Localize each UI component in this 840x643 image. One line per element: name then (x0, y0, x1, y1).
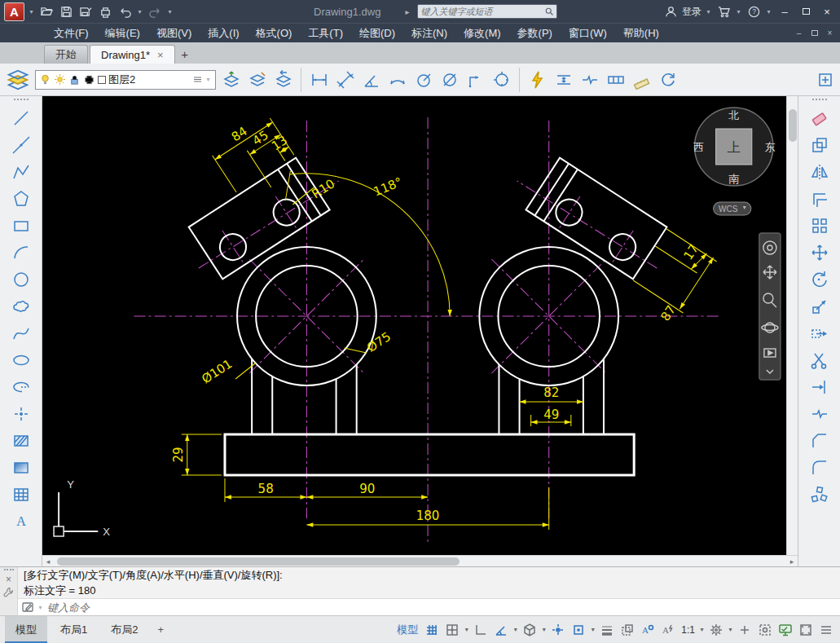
new-tab-button[interactable]: + (177, 46, 193, 62)
close-button[interactable]: × (818, 2, 836, 20)
workspace-gear-icon[interactable] (707, 621, 725, 639)
doc-restore-button[interactable] (807, 26, 821, 40)
ribbon-overflow-icon[interactable] (814, 68, 836, 90)
model-space-toggle[interactable]: 模型 (397, 623, 418, 637)
menu-format[interactable]: 格式(O) (248, 24, 301, 42)
layer-match-icon[interactable] (246, 68, 268, 90)
layout-tab-layout2[interactable]: 布局2 (100, 616, 148, 643)
menu-help[interactable]: 帮助(H) (615, 24, 667, 42)
layer-properties-icon[interactable] (4, 66, 31, 93)
doc-close-button[interactable]: × (823, 26, 837, 40)
command-recent-caret-icon[interactable]: ▾ (37, 604, 44, 611)
help-caret-icon[interactable]: ▾ (765, 8, 772, 15)
lineweight-icon[interactable] (598, 621, 616, 639)
save-as-icon[interactable] (77, 3, 94, 20)
scroll-left-icon[interactable]: ◂ (42, 557, 54, 566)
snap-icon[interactable] (443, 621, 461, 639)
viewcube-north-label[interactable]: 北 (728, 109, 739, 121)
viewcube-west-label[interactable]: 西 (693, 141, 704, 153)
dimension-space-icon[interactable] (552, 68, 574, 90)
copy-icon[interactable] (809, 134, 830, 156)
polyline-icon[interactable] (11, 161, 32, 183)
ordinate-dimension-icon[interactable] (464, 68, 486, 90)
update-dimension-icon[interactable] (657, 68, 679, 90)
vertical-scroll-thumb[interactable] (789, 109, 797, 142)
search-input[interactable] (420, 7, 544, 16)
polygon-icon[interactable] (11, 188, 32, 209)
undo-caret-icon[interactable]: ▾ (136, 8, 143, 15)
search-box[interactable] (417, 4, 557, 19)
viewcube[interactable]: 上 北 南 西 东 (693, 108, 775, 186)
workspace-caret-icon[interactable]: ▾ (728, 626, 733, 633)
ortho-icon[interactable] (472, 621, 490, 639)
diameter-dimension-icon[interactable] (438, 68, 460, 90)
table-icon[interactable] (11, 484, 32, 505)
account-icon[interactable] (662, 3, 679, 20)
radius-dimension-icon[interactable] (412, 68, 434, 90)
cart-caret-icon[interactable]: ▾ (735, 8, 742, 15)
menu-dimension[interactable]: 标注(N) (403, 24, 455, 42)
dimension-break-icon[interactable] (578, 68, 600, 90)
osnap-caret-icon[interactable]: ▾ (590, 626, 596, 633)
doc-minimize-button[interactable]: – (792, 26, 806, 40)
vertical-scrollbar[interactable] (786, 96, 798, 555)
annotation-visibility-icon[interactable]: A (639, 621, 657, 639)
line-icon[interactable] (11, 108, 32, 129)
scale-caret-icon[interactable]: ▾ (699, 626, 705, 633)
polar-caret-icon[interactable]: ▾ (512, 626, 518, 633)
scale-icon[interactable] (809, 296, 830, 317)
circle-icon[interactable] (11, 269, 32, 290)
autoscale-icon[interactable]: A (659, 621, 677, 639)
horizontal-scrollbar[interactable]: ◂ ▸ (42, 555, 798, 566)
customize-icon[interactable] (817, 621, 835, 639)
isolate-objects-icon[interactable] (756, 621, 774, 639)
menu-draw[interactable]: 绘图(D) (351, 24, 403, 42)
app-menu-caret-icon[interactable]: ▾ (28, 8, 35, 15)
help-icon[interactable]: ? (745, 3, 762, 20)
quick-dimension-icon[interactable] (526, 68, 548, 90)
tab-drawing1[interactable]: Drawing1* × (90, 45, 175, 64)
spline-icon[interactable] (11, 323, 32, 344)
graphics-performance-icon[interactable] (776, 621, 794, 639)
tab-start[interactable]: 开始 (44, 45, 88, 64)
arc-length-dimension-icon[interactable] (386, 68, 408, 90)
chamfer-icon[interactable] (809, 430, 830, 451)
rotate-icon[interactable] (809, 269, 830, 290)
extend-icon[interactable] (809, 377, 830, 398)
plot-icon[interactable] (97, 3, 113, 20)
clean-screen-icon[interactable] (797, 621, 815, 639)
command-wrench-icon[interactable] (3, 587, 14, 597)
autotrack-icon[interactable] (549, 621, 567, 639)
command-close-icon[interactable]: × (6, 575, 11, 584)
tab-close-icon[interactable]: × (157, 50, 164, 60)
mtext-icon[interactable]: A (11, 511, 32, 532)
restore-button[interactable] (797, 2, 815, 20)
minimize-button[interactable]: – (776, 2, 794, 20)
app-store-cart-icon[interactable] (715, 3, 732, 20)
layer-dropdown[interactable]: 图层2 ▾ (35, 70, 216, 90)
wcs-badge[interactable]: WCS (714, 202, 751, 215)
trim-icon[interactable] (809, 350, 830, 371)
stretch-icon[interactable] (809, 323, 830, 344)
viewcube-east-label[interactable]: 东 (764, 141, 775, 153)
grid-icon[interactable] (423, 621, 441, 639)
layer-color-swatch[interactable] (98, 76, 106, 84)
ellipse-arc-icon[interactable] (11, 377, 32, 398)
previous-layer-icon[interactable] (272, 68, 294, 90)
aligned-dimension-icon[interactable] (334, 68, 356, 90)
center-mark-icon[interactable] (490, 68, 512, 90)
angular-dimension-icon[interactable] (360, 68, 382, 90)
selection-cycling-icon[interactable] (618, 621, 636, 639)
hatch-icon[interactable] (11, 430, 32, 451)
menu-file[interactable]: 文件(F) (46, 24, 97, 42)
offset-icon[interactable] (809, 188, 830, 209)
redo-icon[interactable] (147, 3, 163, 20)
menu-insert[interactable]: 插入(I) (200, 24, 247, 42)
command-pencil-icon[interactable] (22, 601, 35, 613)
login-caret-icon[interactable]: ▾ (705, 8, 712, 15)
menu-window[interactable]: 窗口(W) (561, 24, 615, 42)
drawing-canvas[interactable]: 13 45 84 R10 118° Ø101 Ø75 17 87 82 49 2… (42, 96, 786, 555)
undo-icon[interactable] (117, 3, 133, 20)
arc-icon[interactable] (11, 242, 32, 263)
toolbar-grip[interactable] (812, 99, 827, 102)
